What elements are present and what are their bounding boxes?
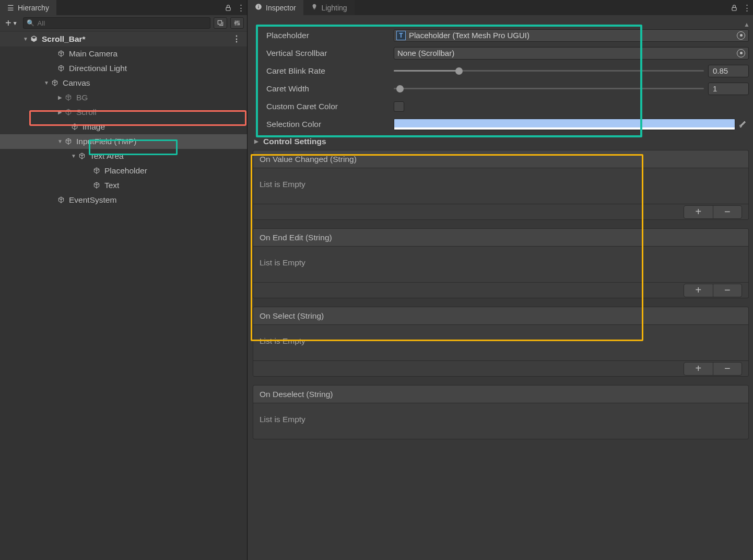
tree-item-input-field[interactable]: ▼ InputField (TMP) bbox=[0, 134, 247, 149]
kebab-menu-icon[interactable]: ⋮ bbox=[234, 2, 247, 14]
event-empty-text: List is Empty bbox=[253, 247, 748, 282]
gameobject-icon bbox=[70, 122, 79, 132]
chevron-down-icon[interactable]: ▼ bbox=[70, 153, 77, 159]
prop-placeholder: Placeholder T Placeholder (Text Mesh Pro… bbox=[253, 29, 749, 42]
slider-thumb[interactable] bbox=[455, 67, 463, 75]
hierarchy-tab-bar: ☰ Hierarchy ⋮ bbox=[0, 0, 247, 15]
hierarchy-tab[interactable]: ☰ Hierarchy bbox=[0, 0, 56, 15]
section-control-settings[interactable]: ▶ Control Settings bbox=[253, 135, 749, 148]
object-picker-icon[interactable] bbox=[737, 49, 745, 57]
eyedropper-icon[interactable] bbox=[737, 119, 749, 130]
gameobject-icon bbox=[92, 181, 101, 190]
tree-label: Text Area bbox=[90, 151, 124, 161]
svg-point-4 bbox=[238, 24, 239, 25]
lock-icon[interactable] bbox=[728, 2, 740, 14]
tree-item-event-system[interactable]: EventSystem bbox=[0, 193, 247, 207]
tree-item-main-camera[interactable]: Main Camera bbox=[0, 46, 247, 61]
gameobject-icon bbox=[92, 166, 101, 176]
scene-row[interactable]: ▼ Scroll_Bar* ⋮ bbox=[0, 32, 247, 46]
svg-rect-1 bbox=[218, 20, 221, 24]
prop-caret-width: Caret Width 1 bbox=[253, 82, 749, 95]
remove-event-button[interactable]: − bbox=[713, 363, 742, 375]
event-header: On Select (String) bbox=[253, 307, 748, 325]
scene-name: Scroll_Bar* bbox=[42, 34, 86, 44]
color-field-selection[interactable] bbox=[394, 119, 735, 130]
chevron-right-icon[interactable]: ▶ bbox=[56, 109, 64, 115]
lighting-tab-label: Lighting bbox=[322, 4, 347, 12]
prop-label: Placeholder bbox=[253, 31, 394, 40]
unity-icon bbox=[29, 34, 39, 44]
remove-event-button[interactable]: − bbox=[713, 284, 742, 296]
prop-label: Custom Caret Color bbox=[253, 102, 394, 111]
lightbulb-icon bbox=[311, 3, 318, 12]
inspector-tab[interactable]: Inspector bbox=[248, 0, 303, 15]
kebab-menu-icon[interactable]: ⋮ bbox=[232, 34, 241, 44]
number-input-caret-width[interactable]: 1 bbox=[708, 83, 749, 95]
tree-item-scroll[interactable]: ▶ Scroll bbox=[0, 105, 247, 120]
checkbox-custom-caret-color[interactable] bbox=[394, 101, 404, 112]
search-placeholder: All bbox=[38, 19, 45, 27]
inspector-tab-label: Inspector bbox=[266, 4, 296, 12]
object-picker-icon[interactable] bbox=[737, 31, 745, 40]
tree-label: Placeholder bbox=[104, 166, 147, 176]
lock-icon[interactable] bbox=[222, 2, 234, 14]
tree-item-placeholder[interactable]: Placeholder bbox=[0, 164, 247, 178]
tree-item-directional-light[interactable]: Directional Light bbox=[0, 61, 247, 76]
tree-label: BG bbox=[76, 93, 88, 102]
chevron-right-icon[interactable]: ▶ bbox=[56, 95, 64, 100]
tree-label: Directional Light bbox=[69, 64, 127, 73]
expand-icon[interactable] bbox=[214, 17, 227, 29]
gameobject-icon bbox=[56, 64, 66, 73]
event-header: On Value Changed (String) bbox=[253, 150, 748, 168]
prop-label: Caret Blink Rate bbox=[253, 66, 394, 76]
event-on-select: On Select (String) List is Empty +− bbox=[253, 307, 749, 377]
slider-caret-width[interactable] bbox=[394, 88, 704, 89]
gameobject-icon bbox=[56, 49, 66, 59]
number-input-caret-blink[interactable]: 0.85 bbox=[708, 65, 749, 77]
kebab-menu-icon[interactable]: ⋮ bbox=[740, 2, 753, 14]
slider-caret-blink[interactable] bbox=[394, 70, 704, 72]
add-event-button[interactable]: + bbox=[684, 284, 713, 296]
inspector-tab-bar: Inspector Lighting ⋮ bbox=[248, 0, 753, 15]
add-button[interactable]: +▼ bbox=[3, 17, 20, 29]
event-on-deselect: On Deselect (String) List is Empty bbox=[253, 385, 749, 439]
chevron-down-icon[interactable]: ▼ bbox=[22, 36, 29, 42]
tree-item-image[interactable]: Image bbox=[0, 120, 247, 134]
tree-label: InputField (TMP) bbox=[76, 137, 136, 146]
object-field-placeholder[interactable]: T Placeholder (Text Mesh Pro UGUI) bbox=[394, 29, 749, 42]
prop-label: Caret Width bbox=[253, 84, 394, 94]
event-on-value-changed: On Value Changed (String) List is Empty … bbox=[253, 150, 749, 220]
tree-item-canvas[interactable]: ▼ Canvas bbox=[0, 76, 247, 90]
svg-point-2 bbox=[234, 22, 236, 24]
chevron-down-icon[interactable]: ▼ bbox=[43, 80, 50, 86]
prop-caret-blink-rate: Caret Blink Rate 0.85 bbox=[253, 64, 749, 77]
add-event-button[interactable]: + bbox=[684, 363, 713, 375]
tree-item-text[interactable]: Text bbox=[0, 178, 247, 193]
gameobject-icon bbox=[64, 137, 73, 146]
svg-rect-0 bbox=[226, 7, 230, 10]
prop-label: Selection Color bbox=[253, 120, 394, 129]
tree-label: Main Camera bbox=[69, 49, 117, 59]
filter-icon[interactable] bbox=[230, 17, 244, 29]
inspector-body: Placeholder T Placeholder (Text Mesh Pro… bbox=[248, 15, 753, 560]
slider-thumb[interactable] bbox=[396, 85, 404, 92]
event-empty-text: List is Empty bbox=[253, 403, 748, 439]
info-icon bbox=[255, 3, 262, 12]
text-type-icon: T bbox=[396, 31, 406, 40]
svg-point-3 bbox=[237, 21, 238, 22]
search-input[interactable]: 🔍 All bbox=[23, 17, 210, 29]
object-field-value: None (Scrollbar) bbox=[397, 49, 454, 57]
event-on-end-edit: On End Edit (String) List is Empty +− bbox=[253, 228, 749, 298]
add-event-button[interactable]: + bbox=[684, 206, 713, 218]
prop-vertical-scrollbar: Vertical Scrollbar None (Scrollbar) bbox=[253, 46, 749, 60]
chevron-down-icon[interactable]: ▼ bbox=[56, 138, 64, 144]
chevron-right-icon[interactable]: ▶ bbox=[253, 138, 260, 144]
remove-event-button[interactable]: − bbox=[713, 206, 742, 218]
tree-item-text-area[interactable]: ▼ Text Area bbox=[0, 149, 247, 164]
gameobject-icon bbox=[64, 93, 73, 102]
tree-item-bg[interactable]: ▶ BG bbox=[0, 90, 247, 105]
svg-rect-7 bbox=[258, 5, 258, 6]
lighting-tab[interactable]: Lighting bbox=[303, 0, 355, 15]
object-field-vscroll[interactable]: None (Scrollbar) bbox=[394, 47, 749, 60]
event-header: On End Edit (String) bbox=[253, 229, 748, 247]
